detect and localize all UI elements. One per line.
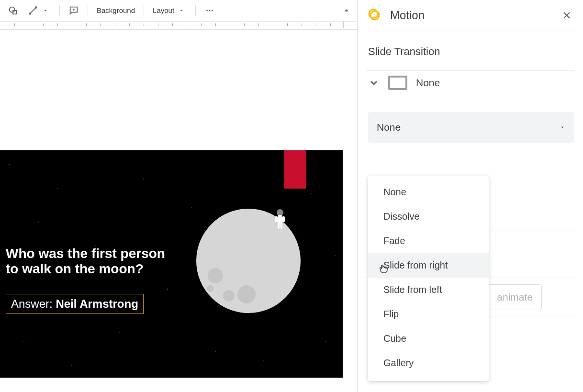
horizontal-ruler — [0, 21, 357, 30]
svg-line-2 — [30, 7, 36, 13]
red-rectangle-shape[interactable] — [284, 150, 306, 189]
question-line2: to walk on the moon? — [6, 261, 144, 276]
collapse-toolbar-button[interactable] — [340, 4, 353, 17]
more-button[interactable] — [201, 3, 219, 18]
expand-button[interactable] — [368, 77, 380, 89]
svg-point-7 — [206, 10, 208, 11]
dropdown-option-flip[interactable]: Flip — [368, 302, 489, 326]
dropdown-option-none[interactable]: None — [368, 180, 489, 204]
close-button[interactable] — [561, 10, 572, 21]
layout-button[interactable]: Layout — [149, 3, 191, 18]
chevron-down-icon — [559, 122, 566, 133]
transition-dropdown-menu: None Dissolve Fade Slide from right Slid… — [368, 176, 489, 381]
toolbar-separator — [144, 5, 144, 16]
current-transition-label: None — [416, 77, 440, 89]
toolbar-separator — [195, 5, 196, 16]
shape-icon — [8, 5, 18, 16]
answer-text-box[interactable]: Answer: Neil Armstrong — [6, 294, 144, 314]
question-line1: Who was the first person — [6, 246, 165, 261]
canvas-area[interactable]: Who was the first person to walk on the … — [0, 30, 357, 392]
chevron-down-icon — [40, 5, 51, 16]
svg-point-0 — [10, 7, 15, 12]
panel-title: Motion — [390, 9, 552, 22]
section-title: Slide Transition — [358, 31, 583, 70]
background-button[interactable]: Background — [93, 3, 139, 18]
svg-rect-12 — [275, 216, 278, 222]
motion-panel: Motion Slide Transition None None animat… — [357, 0, 583, 392]
svg-point-10 — [277, 209, 283, 216]
crater — [208, 268, 223, 283]
line-button[interactable] — [24, 3, 55, 18]
layout-label: Layout — [153, 6, 174, 14]
toolbar-separator — [59, 5, 60, 16]
close-icon — [561, 10, 572, 21]
svg-point-8 — [209, 10, 211, 11]
chevron-down-icon — [176, 5, 187, 16]
answer-person: Neil Armstrong — [56, 297, 138, 310]
dropdown-option-slide-from-left[interactable]: Slide from left — [368, 278, 489, 302]
dropdown-option-slide-from-right[interactable]: Slide from right — [368, 253, 489, 278]
svg-rect-11 — [278, 215, 282, 224]
dropdown-option-fade[interactable]: Fade — [368, 229, 489, 253]
animate-button[interactable]: animate — [488, 284, 542, 310]
svg-rect-14 — [278, 223, 280, 229]
astronaut-image[interactable] — [273, 208, 287, 231]
transition-summary-row[interactable]: None — [358, 71, 583, 102]
panel-header: Motion — [358, 0, 583, 31]
svg-point-9 — [212, 10, 213, 11]
slide-thumbnail-icon — [388, 76, 407, 90]
dropdown-option-cube[interactable]: Cube — [368, 326, 489, 351]
more-horizontal-icon — [204, 5, 215, 16]
motion-icon — [368, 9, 381, 22]
answer-prefix: Answer: — [11, 297, 56, 310]
svg-rect-15 — [280, 223, 282, 229]
comment-button[interactable] — [65, 3, 83, 18]
crater — [237, 285, 256, 303]
crater — [207, 285, 213, 292]
crater — [223, 290, 235, 302]
line-icon — [28, 5, 38, 16]
svg-point-3 — [29, 13, 31, 14]
dropdown-option-dissolve[interactable]: Dissolve — [368, 204, 489, 229]
select-value: None — [377, 122, 401, 133]
toolbar-separator — [88, 5, 88, 16]
chevron-up-icon — [341, 5, 352, 16]
question-text[interactable]: Who was the first person to walk on the … — [6, 246, 165, 277]
svg-point-4 — [35, 7, 37, 8]
slide[interactable]: Who was the first person to walk on the … — [0, 150, 343, 378]
comment-add-icon — [68, 5, 79, 16]
svg-rect-13 — [282, 216, 285, 222]
dropdown-option-gallery[interactable]: Gallery — [368, 351, 489, 375]
shape-button[interactable] — [4, 3, 22, 18]
transition-select[interactable]: None — [368, 112, 574, 143]
chevron-down-icon — [368, 77, 380, 89]
